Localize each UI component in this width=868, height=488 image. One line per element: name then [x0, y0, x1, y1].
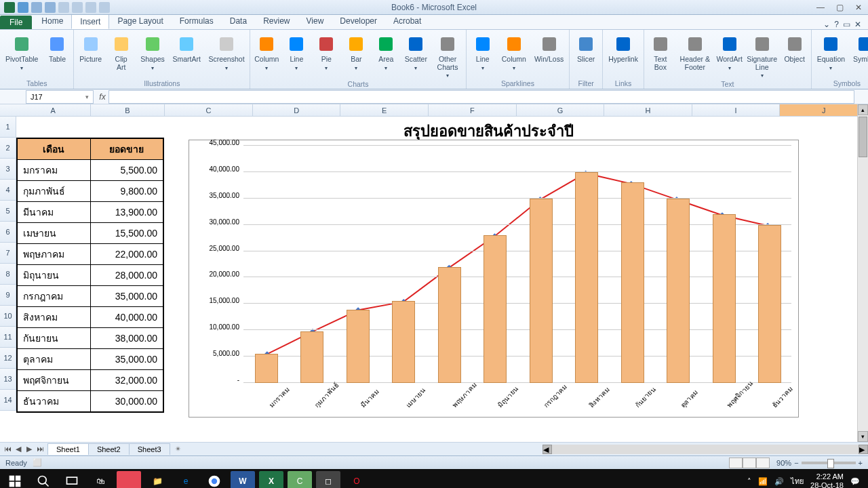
column-header-H[interactable]: H	[604, 104, 692, 116]
ribbon-header-footer[interactable]: Header & Footer	[678, 33, 712, 73]
row-header-4[interactable]: 4	[0, 180, 16, 201]
qat-icon[interactable]	[99, 2, 110, 13]
start-button[interactable]	[3, 471, 27, 488]
tab-acrobat[interactable]: Acrobat	[385, 14, 429, 29]
ribbon-wordart[interactable]: WordArt	[717, 33, 742, 73]
cell-sales[interactable]: 13,900.00	[90, 202, 163, 223]
sheet-tab-sheet1[interactable]: Sheet1	[47, 443, 89, 455]
fx-icon[interactable]: fx	[96, 92, 108, 102]
save-icon[interactable]	[18, 2, 28, 13]
cell-month[interactable]: ตุลาคม	[17, 349, 90, 370]
ribbon-smartart[interactable]: SmartArt	[172, 33, 202, 65]
hscroll-left[interactable]: ◀	[542, 445, 552, 454]
network-icon[interactable]: 📶	[758, 477, 768, 486]
cell-sales[interactable]: 28,000.00	[90, 265, 163, 286]
tab-data[interactable]: Data	[222, 14, 255, 29]
sheet-nav-first[interactable]: ⏮	[3, 445, 12, 453]
row-header-7[interactable]: 7	[0, 243, 16, 264]
name-box[interactable]: J17	[26, 90, 94, 104]
zoom-level[interactable]: 90%	[776, 459, 791, 467]
ribbon-screenshot[interactable]: Screenshot	[208, 33, 246, 73]
row-header-13[interactable]: 13	[0, 369, 16, 390]
cell-month[interactable]: พฤษภาคม	[17, 244, 90, 265]
store-icon[interactable]: 🛍	[88, 471, 113, 488]
row-header-12[interactable]: 12	[0, 348, 16, 369]
cell-month[interactable]: เมษายน	[17, 223, 90, 244]
chart[interactable]: -5,000.0010,000.0015,000.0020,000.0025,0…	[189, 140, 799, 418]
minimize-ribbon-icon[interactable]: ⌄	[823, 20, 830, 29]
cell-month[interactable]: กุมภาพันธ์	[17, 181, 90, 202]
tab-page-layout[interactable]: Page Layout	[109, 14, 171, 29]
redo-icon[interactable]	[45, 2, 56, 13]
cell-sales[interactable]: 5,500.00	[90, 160, 163, 181]
maximize-button[interactable]: ▢	[830, 1, 849, 14]
chrome-icon[interactable]	[202, 471, 226, 488]
excel-icon[interactable]: X	[259, 471, 283, 488]
normal-view-button[interactable]	[729, 458, 743, 468]
cell-month[interactable]: มกราคม	[17, 160, 90, 181]
ribbon-equation[interactable]: Equation	[816, 33, 846, 73]
sheet-nav-last[interactable]: ⏭	[35, 445, 45, 453]
cell-sales[interactable]: 35,000.00	[90, 349, 163, 370]
scroll-down-arrow[interactable]: ▾	[858, 431, 868, 442]
file-explorer-icon[interactable]: 📁	[145, 471, 170, 488]
column-header-I[interactable]: I	[692, 104, 781, 116]
cell-sales[interactable]: 15,500.00	[90, 223, 163, 244]
camtasia-icon[interactable]: C	[288, 471, 312, 488]
sheet-tab-sheet3[interactable]: Sheet3	[129, 443, 170, 455]
row-header-10[interactable]: 10	[0, 306, 16, 327]
ribbon-pie[interactable]: Pie	[314, 33, 338, 73]
word-icon[interactable]: W	[231, 471, 255, 488]
sheet-tab-sheet2[interactable]: Sheet2	[88, 443, 130, 455]
ribbon-line[interactable]: Line	[471, 33, 495, 73]
ribbon-symbol[interactable]: Symbol	[852, 33, 868, 65]
tab-review[interactable]: Review	[255, 14, 298, 29]
cell-sales[interactable]: 38,000.00	[90, 328, 163, 349]
apps-icon[interactable]	[117, 471, 141, 488]
column-header-A[interactable]: A	[16, 104, 91, 116]
page-break-view-button[interactable]	[756, 458, 770, 468]
ribbon-clip-art[interactable]: Clip Art	[108, 33, 134, 73]
page-layout-view-button[interactable]	[743, 458, 756, 468]
close-window-icon[interactable]: ✕	[854, 20, 861, 29]
row-header-2[interactable]: 2	[0, 138, 16, 159]
sheet-nav-next[interactable]: ▶	[24, 445, 34, 453]
file-tab[interactable]: File	[0, 16, 32, 29]
ribbon-shapes[interactable]: Shapes	[139, 33, 165, 73]
column-header-G[interactable]: G	[517, 104, 605, 116]
ribbon-area[interactable]: Area	[374, 33, 398, 73]
cell-sales[interactable]: 22,000.00	[90, 244, 163, 265]
horizontal-scrollbar[interactable]: ◀ ▶	[542, 445, 868, 454]
tab-insert[interactable]: Insert	[71, 14, 109, 29]
zoom-slider[interactable]	[802, 462, 856, 464]
clock[interactable]: 2:22 AM 28-Oct-18	[810, 472, 844, 488]
app-icon[interactable]: ◻	[316, 471, 340, 488]
column-header-D[interactable]: D	[253, 104, 341, 116]
opera-icon[interactable]: O	[344, 471, 369, 488]
row-header-5[interactable]: 5	[0, 201, 16, 222]
column-header-C[interactable]: C	[165, 104, 253, 116]
new-sheet-icon[interactable]: ✴	[170, 445, 186, 453]
row-header-11[interactable]: 11	[0, 327, 16, 348]
cell-month[interactable]: ธันวาคม	[17, 391, 90, 413]
qat-icon[interactable]	[58, 2, 69, 13]
tab-home[interactable]: Home	[33, 14, 71, 29]
row-header-9[interactable]: 9	[0, 285, 16, 306]
ribbon-win-loss[interactable]: Win/Loss	[533, 33, 565, 65]
row-header-8[interactable]: 8	[0, 264, 16, 285]
column-header-B[interactable]: B	[91, 104, 165, 116]
hscroll-right[interactable]: ▶	[859, 445, 868, 454]
formula-bar[interactable]	[108, 90, 854, 104]
help-icon[interactable]: ?	[834, 20, 839, 29]
cell-sales[interactable]: 32,000.00	[90, 370, 163, 391]
ribbon-other-charts[interactable]: Other Charts	[433, 33, 461, 80]
cell-month[interactable]: กรกฎาคม	[17, 286, 90, 307]
scroll-up-arrow[interactable]: ▴	[858, 104, 868, 115]
column-header-E[interactable]: E	[340, 104, 429, 116]
cell-month[interactable]: มิถุนายน	[17, 265, 90, 286]
ribbon-picture[interactable]: Picture	[78, 33, 102, 65]
tab-view[interactable]: View	[298, 14, 332, 29]
language-indicator[interactable]: ไทย	[791, 475, 804, 487]
search-icon[interactable]	[31, 471, 56, 488]
row-header-14[interactable]: 14	[0, 390, 16, 411]
